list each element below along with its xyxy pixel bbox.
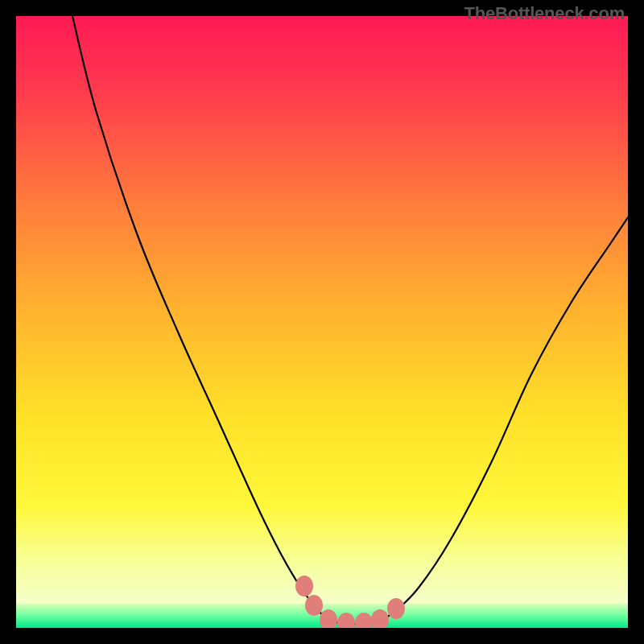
data-marker	[387, 598, 405, 619]
plot-area	[16, 16, 628, 628]
chart-frame: { "watermark": "TheBottleneck.com", "cha…	[0, 0, 644, 644]
chart-svg	[16, 16, 628, 628]
data-marker	[295, 576, 313, 597]
gradient-background	[16, 16, 628, 628]
data-marker	[305, 595, 323, 616]
